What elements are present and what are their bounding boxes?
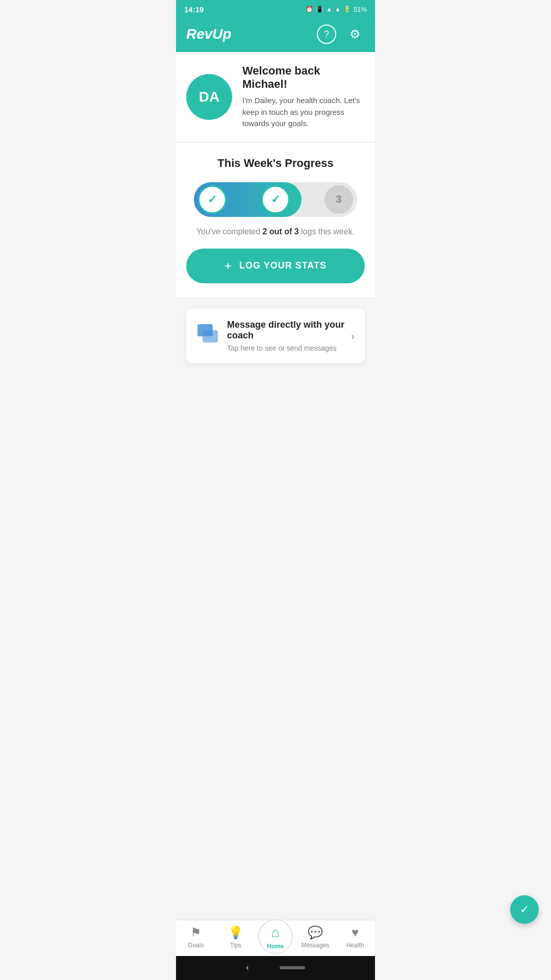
vibrate-icon: 📳 <box>316 6 323 13</box>
message-card-title: Message directly with your coach <box>227 320 355 341</box>
battery-icon: 🔋 <box>343 6 351 13</box>
progress-step-3: 3 <box>324 185 353 214</box>
nav-item-messages[interactable]: 💬 Messages <box>295 925 335 949</box>
message-card-subtitle: Tap here to see or send messages <box>227 344 355 352</box>
nav-item-health[interactable]: ♥ Health <box>335 925 375 949</box>
plus-icon: + <box>224 259 232 273</box>
status-bar: 14:19 ⏰ 📳 ▲ ▲ 🔋 51% <box>176 0 375 18</box>
home-indicator[interactable] <box>280 966 305 969</box>
message-section: Message directly with your coach Tap her… <box>176 298 375 920</box>
progress-summary-bold: 2 out of 3 <box>263 227 299 236</box>
settings-button[interactable]: ⚙ <box>345 24 365 44</box>
nav-item-home[interactable]: ⌂ Home <box>256 924 295 950</box>
welcome-greeting: Welcome back Michael! <box>242 64 365 91</box>
status-time: 14:19 <box>184 5 204 14</box>
app-header: RevUp ? ⚙ <box>176 18 375 52</box>
messages-label: Messages <box>302 942 330 949</box>
check-icon-1: ✓ <box>208 193 217 206</box>
header-actions: ? ⚙ <box>317 24 365 44</box>
health-label: Health <box>346 942 364 949</box>
bottom-nav: ⚑ Goals 💡 Tips ⌂ Home 💬 Messages ♥ Healt… <box>176 920 375 956</box>
signal-icon: ▲ <box>335 6 341 13</box>
avatar: DA <box>186 74 232 120</box>
nav-item-tips[interactable]: 💡 Tips <box>216 925 256 949</box>
home-icon: ⌂ <box>271 924 280 941</box>
message-card[interactable]: Message directly with your coach Tap her… <box>186 308 365 363</box>
tips-icon: 💡 <box>228 925 243 940</box>
settings-icon: ⚙ <box>349 27 361 41</box>
goals-icon: ⚑ <box>190 925 202 940</box>
avatar-initials: DA <box>199 89 219 105</box>
progress-title: This Week's Progress <box>186 157 365 170</box>
app-title: RevUp <box>186 26 232 42</box>
progress-track: ✓ ✓ 3 <box>194 182 357 217</box>
wifi-icon: ▲ <box>326 6 332 13</box>
nav-item-goals[interactable]: ⚑ Goals <box>176 925 216 949</box>
home-label: Home <box>267 943 284 950</box>
back-button[interactable]: ‹ <box>246 962 249 973</box>
progress-summary-prefix: You've completed <box>196 227 263 236</box>
welcome-section: DA Welcome back Michael! I'm Dailey, you… <box>176 52 375 142</box>
health-icon: ♥ <box>352 925 359 940</box>
progress-label: You've completed 2 out of 3 logs this we… <box>186 227 365 236</box>
message-card-text: Message directly with your coach Tap her… <box>227 320 355 352</box>
help-icon: ? <box>324 29 329 40</box>
step-3-label: 3 <box>336 193 341 205</box>
message-card-icon <box>196 323 219 348</box>
welcome-message: I'm Dailey, your health coach. Let's kee… <box>242 95 365 130</box>
progress-step-1: ✓ <box>198 185 227 214</box>
status-icons: ⏰ 📳 ▲ ▲ 🔋 51% <box>306 6 367 13</box>
tips-label: Tips <box>230 942 241 949</box>
alarm-icon: ⏰ <box>306 6 313 13</box>
help-button[interactable]: ? <box>317 24 336 44</box>
progress-step-2: ✓ <box>261 185 290 214</box>
message-card-chevron: › <box>351 330 355 341</box>
log-button-label: LOG YOUR STATS <box>239 260 327 271</box>
progress-section: This Week's Progress ✓ ✓ 3 You've comple… <box>176 142 375 298</box>
log-stats-button[interactable]: + LOG YOUR STATS <box>186 249 365 283</box>
welcome-text: Welcome back Michael! I'm Dailey, your h… <box>242 64 365 130</box>
check-icon-2: ✓ <box>271 193 280 206</box>
svg-rect-1 <box>203 330 218 342</box>
goals-label: Goals <box>188 942 204 949</box>
android-nav-bar: ‹ <box>176 956 375 980</box>
messages-icon: 💬 <box>308 925 323 940</box>
battery-level: 51% <box>354 6 367 13</box>
progress-summary-suffix: logs this week. <box>299 227 355 236</box>
